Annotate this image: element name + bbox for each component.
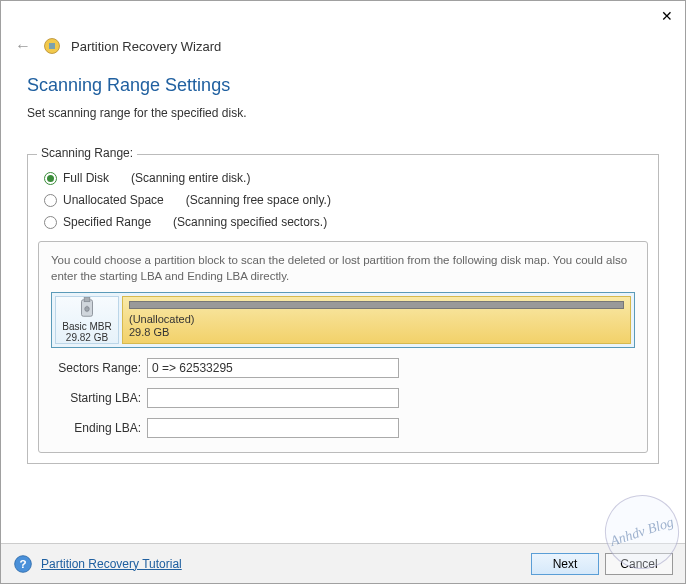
radio-hint: (Scanning specified sectors.) bbox=[173, 215, 327, 229]
range-legend: Scanning Range: bbox=[37, 146, 137, 160]
back-button[interactable]: ← bbox=[15, 37, 33, 55]
app-icon bbox=[43, 37, 61, 55]
radio-label: Specified Range bbox=[63, 215, 151, 229]
radio-hint: (Scanning free space only.) bbox=[186, 193, 331, 207]
radio-specified-range[interactable]: Specified Range (Scanning specified sect… bbox=[38, 211, 648, 233]
window-title: Partition Recovery Wizard bbox=[71, 39, 221, 54]
starting-lba-label: Starting LBA: bbox=[51, 391, 141, 405]
disk-size-label: 29.82 GB bbox=[66, 332, 108, 343]
disk-type-label: Basic MBR bbox=[62, 321, 111, 332]
tutorial-link[interactable]: Partition Recovery Tutorial bbox=[41, 557, 182, 571]
radio-unallocated-space[interactable]: Unallocated Space (Scanning free space o… bbox=[38, 189, 648, 211]
help-icon[interactable]: ? bbox=[13, 554, 33, 574]
cancel-button[interactable]: Cancel bbox=[605, 553, 673, 575]
footer-bar: ? Partition Recovery Tutorial Next Cance… bbox=[1, 543, 685, 583]
detail-description: You could choose a partition block to sc… bbox=[51, 252, 635, 284]
ending-lba-input[interactable] bbox=[147, 418, 399, 438]
next-button[interactable]: Next bbox=[531, 553, 599, 575]
page-title: Scanning Range Settings bbox=[27, 75, 659, 96]
svg-text:?: ? bbox=[19, 557, 26, 570]
page-description: Set scanning range for the specified dis… bbox=[27, 106, 659, 120]
radio-hint: (Scanning entire disk.) bbox=[131, 171, 250, 185]
disk-map[interactable]: Basic MBR 29.82 GB (Unallocated) 29.8 GB bbox=[51, 292, 635, 348]
sectors-range-input[interactable] bbox=[147, 358, 399, 378]
sectors-range-label: Sectors Range: bbox=[51, 361, 141, 375]
detail-panel: You could choose a partition block to sc… bbox=[38, 241, 648, 453]
starting-lba-input[interactable] bbox=[147, 388, 399, 408]
close-button[interactable]: ✕ bbox=[657, 8, 677, 24]
usb-drive-icon bbox=[76, 297, 98, 319]
partition-name: (Unallocated) bbox=[129, 313, 624, 326]
scanning-range-group: Full Disk (Scanning entire disk.) Unallo… bbox=[27, 154, 659, 464]
radio-icon bbox=[44, 194, 57, 207]
radio-icon bbox=[44, 172, 57, 185]
radio-icon bbox=[44, 216, 57, 229]
svg-rect-2 bbox=[84, 297, 90, 302]
radio-full-disk[interactable]: Full Disk (Scanning entire disk.) bbox=[38, 167, 648, 189]
radio-label: Full Disk bbox=[63, 171, 109, 185]
partition-block-unallocated[interactable]: (Unallocated) 29.8 GB bbox=[122, 296, 631, 344]
partition-usage-bar bbox=[129, 301, 624, 309]
ending-lba-label: Ending LBA: bbox=[51, 421, 141, 435]
radio-label: Unallocated Space bbox=[63, 193, 164, 207]
partition-size: 29.8 GB bbox=[129, 326, 624, 339]
disk-header[interactable]: Basic MBR 29.82 GB bbox=[55, 296, 119, 344]
